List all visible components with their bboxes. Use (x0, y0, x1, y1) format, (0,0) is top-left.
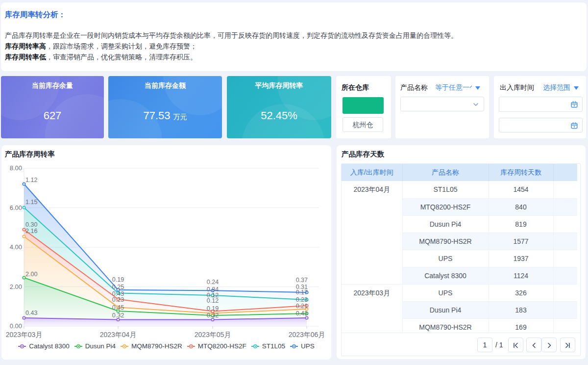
svg-text:0.32: 0.32 (207, 312, 219, 319)
svg-text:2023年05月: 2023年05月 (195, 331, 231, 339)
svg-text:0.37: 0.37 (296, 277, 308, 284)
svg-text:8.00: 8.00 (10, 164, 22, 172)
svg-text:2.00: 2.00 (10, 283, 22, 290)
svg-text:0.17: 0.17 (296, 289, 308, 296)
svg-text:0.12: 0.12 (207, 297, 219, 304)
svg-text:0.25: 0.25 (112, 284, 124, 290)
svg-text:0.19: 0.19 (207, 305, 219, 312)
svg-text:0.45: 0.45 (112, 304, 124, 311)
svg-text:0.43: 0.43 (25, 310, 37, 316)
svg-text:0.24: 0.24 (207, 279, 219, 286)
svg-text:0.21: 0.21 (296, 303, 308, 310)
svg-text:0.43: 0.43 (296, 310, 308, 317)
svg-text:0.32: 0.32 (112, 312, 124, 319)
svg-text:1.12: 1.12 (25, 177, 37, 183)
svg-text:1.15: 1.15 (25, 199, 37, 206)
svg-text:2.00: 2.00 (25, 271, 37, 278)
svg-text:0.23: 0.23 (296, 296, 308, 303)
svg-text:6.00: 6.00 (10, 204, 22, 211)
svg-text:4.00: 4.00 (10, 243, 22, 251)
svg-text:2023年04月: 2023年04月 (100, 331, 137, 339)
svg-text:2.16: 2.16 (25, 228, 37, 235)
svg-text:0.00: 0.00 (10, 322, 22, 330)
svg-text:0.19: 0.19 (112, 276, 124, 283)
svg-text:2023年03月: 2023年03月 (6, 331, 43, 339)
svg-text:2023年06月: 2023年06月 (289, 331, 325, 339)
svg-text:0.23: 0.23 (112, 296, 124, 303)
